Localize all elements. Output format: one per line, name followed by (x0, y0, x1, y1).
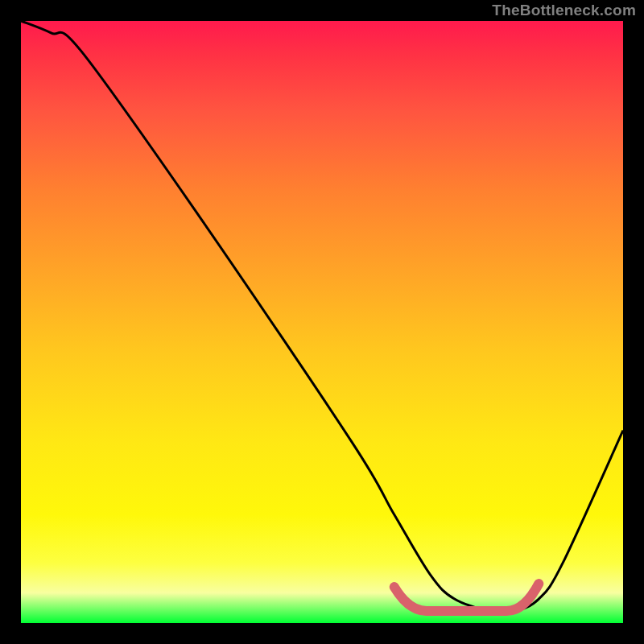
plot-area (21, 21, 623, 623)
chart-container: TheBottleneck.com (0, 0, 644, 644)
curve-layer (21, 21, 623, 623)
watermark-text: TheBottleneck.com (492, 2, 636, 19)
bottleneck-curve (21, 21, 623, 613)
optimal-range-marker (394, 584, 539, 611)
